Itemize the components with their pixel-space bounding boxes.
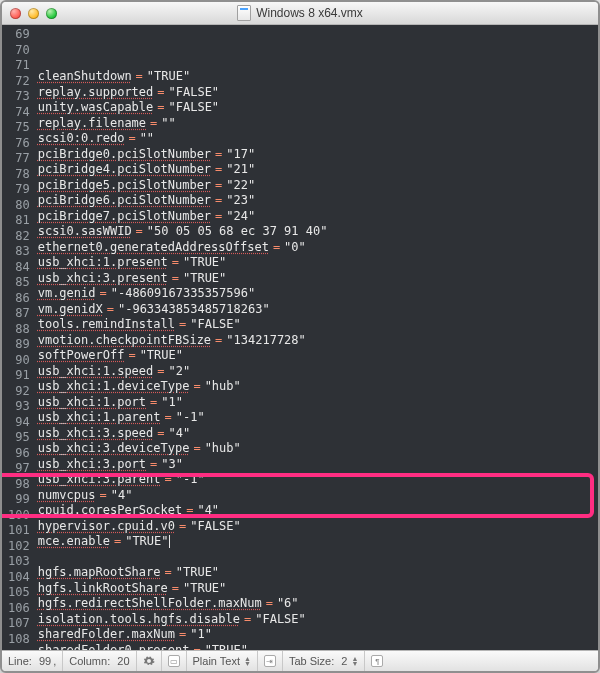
code-line[interactable]: scsi0.sasWWID="50 05 05 68 ec 37 91 40" — [38, 224, 598, 240]
status-tab-label: Tab Size: — [289, 655, 334, 667]
line-number: 86 — [8, 291, 30, 307]
config-key: usb_xhci:3.present — [38, 271, 168, 287]
config-value: "TRUE" — [147, 69, 190, 85]
code-line[interactable]: usb_xhci:1.present="TRUE" — [38, 255, 598, 271]
code-line[interactable]: usb_xhci:1.deviceType="hub" — [38, 379, 598, 395]
config-key: tools.remindInstall — [38, 317, 175, 333]
config-key: usb_xhci:3.parent — [38, 472, 161, 488]
line-number-gutter: 6970717273747576777879808182838485868788… — [2, 25, 38, 650]
status-tabsize[interactable]: Tab Size: 2 ▲▼ — [283, 651, 365, 671]
config-key: usb_xhci:3.port — [38, 457, 146, 473]
status-indent[interactable]: ⇥ — [258, 651, 283, 671]
status-doc[interactable]: ▭ — [162, 651, 187, 671]
status-line[interactable]: Line: 99 , — [2, 651, 63, 671]
status-col-value: 20 — [117, 655, 129, 667]
code-line[interactable]: ethernet0.generatedAddressOffset="0" — [38, 240, 598, 256]
config-value: "0" — [284, 240, 306, 256]
equals-operator: = — [211, 193, 226, 209]
config-key: usb_xhci:3.deviceType — [38, 441, 190, 457]
equals-operator: = — [175, 317, 190, 333]
config-key: pciBridge7.pciSlotNumber — [38, 209, 211, 225]
code-line[interactable]: usb_xhci:1.speed="2" — [38, 364, 598, 380]
line-number: 101 — [8, 523, 30, 539]
title-bar[interactable]: Windows 8 x64.vmx — [2, 2, 598, 25]
line-number: 76 — [8, 136, 30, 152]
code-line[interactable]: hgfs.redirectShellFolder.maxNum="6" — [38, 596, 598, 612]
line-number: 72 — [8, 74, 30, 90]
code-line[interactable]: scsi0:0.redo="" — [38, 131, 598, 147]
zoom-button[interactable] — [46, 8, 57, 19]
code-line[interactable]: replay.filename="" — [38, 116, 598, 132]
code-line[interactable]: isolation.tools.hgfs.disable="FALSE" — [38, 612, 598, 628]
code-line[interactable]: usb_xhci:1.port="1" — [38, 395, 598, 411]
code-line[interactable] — [38, 550, 598, 566]
code-line[interactable]: pciBridge4.pciSlotNumber="21" — [38, 162, 598, 178]
code-line[interactable]: softPowerOff="TRUE" — [38, 348, 598, 364]
code-line[interactable]: pciBridge0.pciSlotNumber="17" — [38, 147, 598, 163]
status-syntax[interactable]: Plain Text ▲▼ — [187, 651, 258, 671]
config-value: "-48609167335357596" — [111, 286, 256, 302]
config-key: pciBridge6.pciSlotNumber — [38, 193, 211, 209]
code-line[interactable]: pciBridge6.pciSlotNumber="23" — [38, 193, 598, 209]
code-line[interactable]: vmotion.checkpointFBSize="134217728" — [38, 333, 598, 349]
code-line[interactable]: replay.supported="FALSE" — [38, 85, 598, 101]
config-key: mce.enable — [38, 534, 110, 550]
code-line[interactable]: mce.enable="TRUE" — [38, 534, 598, 550]
config-value: "-963343853485718263" — [118, 302, 270, 318]
config-value: "22" — [226, 178, 255, 194]
config-value: "FALSE" — [190, 317, 241, 333]
config-value: "FALSE" — [169, 85, 220, 101]
code-line[interactable]: tools.remindInstall="FALSE" — [38, 317, 598, 333]
code-line[interactable]: usb_xhci:3.speed="4" — [38, 426, 598, 442]
config-key: pciBridge0.pciSlotNumber — [38, 147, 211, 163]
config-value: "-1" — [176, 472, 205, 488]
code-line[interactable]: unity.wasCapable="FALSE" — [38, 100, 598, 116]
config-value: "FALSE" — [169, 100, 220, 116]
code-line[interactable]: hgfs.linkRootShare="TRUE" — [38, 581, 598, 597]
equals-operator: = — [153, 100, 168, 116]
code-line[interactable]: pciBridge5.pciSlotNumber="22" — [38, 178, 598, 194]
status-lineendings[interactable]: ¶ — [365, 651, 389, 671]
config-value: "TRUE" — [140, 348, 183, 364]
code-line[interactable]: cpuid.coresPerSocket="4" — [38, 503, 598, 519]
line-number: 69 — [8, 27, 30, 43]
equals-operator: = — [110, 534, 125, 550]
line-number: 103 — [8, 554, 30, 570]
code-line[interactable]: hypervisor.cpuid.v0="FALSE" — [38, 519, 598, 535]
code-line[interactable]: vm.genidX="-963343853485718263" — [38, 302, 598, 318]
line-number: 79 — [8, 182, 30, 198]
equals-operator: = — [103, 302, 118, 318]
code-line[interactable]: usb_xhci:3.present="TRUE" — [38, 271, 598, 287]
code-line[interactable]: vm.genid="-48609167335357596" — [38, 286, 598, 302]
code-line[interactable]: sharedFolder.maxNum="1" — [38, 627, 598, 643]
status-gear[interactable] — [137, 651, 162, 671]
equals-operator: = — [168, 255, 183, 271]
line-number: 84 — [8, 260, 30, 276]
status-column[interactable]: Column: 20 — [63, 651, 136, 671]
status-line-value: 99 — [39, 655, 51, 667]
config-key: softPowerOff — [38, 348, 125, 364]
code-area[interactable]: cleanShutdown="TRUE"replay.supported="FA… — [38, 25, 598, 650]
line-number: 78 — [8, 167, 30, 183]
config-value: "hub" — [205, 379, 241, 395]
config-key: vm.genid — [38, 286, 96, 302]
config-value: "4" — [169, 426, 191, 442]
editor-area[interactable]: 6970717273747576777879808182838485868788… — [2, 25, 598, 650]
line-number: 104 — [8, 570, 30, 586]
paragraph-icon: ¶ — [371, 655, 383, 667]
code-line[interactable]: usb_xhci:3.deviceType="hub" — [38, 441, 598, 457]
gear-icon — [143, 655, 155, 667]
code-line[interactable]: sharedFolder0.present="TRUE" — [38, 643, 598, 651]
close-button[interactable] — [10, 8, 21, 19]
code-line[interactable]: numvcpus="4" — [38, 488, 598, 504]
code-line[interactable]: usb_xhci:3.port="3" — [38, 457, 598, 473]
minimize-button[interactable] — [28, 8, 39, 19]
code-line[interactable]: usb_xhci:1.parent="-1" — [38, 410, 598, 426]
code-line[interactable]: cleanShutdown="TRUE" — [38, 69, 598, 85]
line-number: 96 — [8, 446, 30, 462]
config-key: isolation.tools.hgfs.disable — [38, 612, 240, 628]
code-line[interactable]: hgfs.mapRootShare="TRUE" — [38, 565, 598, 581]
config-value: "TRUE" — [183, 255, 226, 271]
code-line[interactable]: usb_xhci:3.parent="-1" — [38, 472, 598, 488]
code-line[interactable]: pciBridge7.pciSlotNumber="24" — [38, 209, 598, 225]
